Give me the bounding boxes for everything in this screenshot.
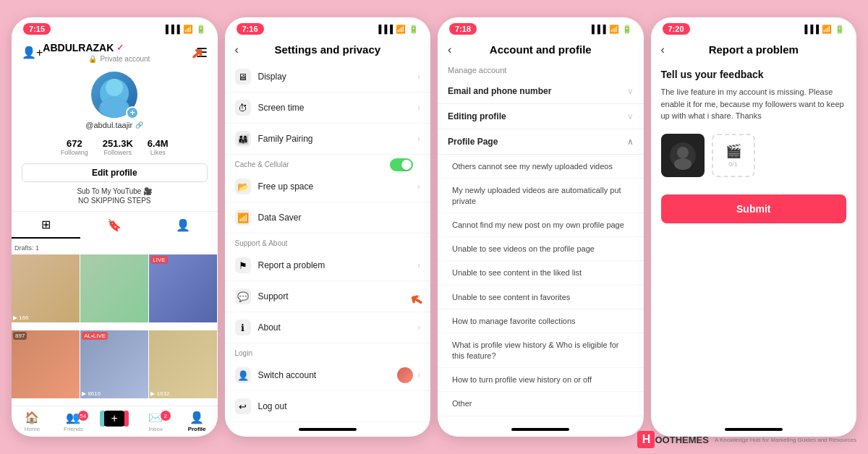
version-text: v27.3.0 (2730180) [225,422,431,425]
profile-sub-item[interactable]: How to turn profile view history on or o… [438,368,644,392]
profile-sub-item[interactable]: Unable to see content in the liked list [438,261,644,285]
settings-familypairing[interactable]: 👨‍👩‍👧 Family Pairing › [225,124,431,155]
account-title: Account and profile [490,43,592,56]
support-section-label: Support & About [225,234,431,250]
drafts-label: Drafts: 1 [12,239,218,254]
editing-section[interactable]: Editing profile ∨ [438,104,644,129]
grid-item[interactable] [80,254,148,322]
status-time-3: 7:18 [449,23,477,35]
back-button[interactable]: ‹ [448,43,451,56]
status-time-2: 7:16 [237,23,264,35]
signal-icon: ▐▐▐ [589,25,605,33]
arrow-to-report: ➜ [410,291,423,310]
back-button[interactable]: ‹ [661,43,665,56]
chevron-icon: › [417,322,420,333]
display-icon: 🖥 [235,69,251,85]
nav-home[interactable]: 🏠 Home [12,411,53,432]
home-indicator [299,428,357,431]
grid-item[interactable]: ▶ 166 [12,254,80,322]
profile-sub-item[interactable]: Other [438,392,644,416]
wifi-icon: 📶 [183,25,193,34]
battery-icon: 🔋 [622,25,632,34]
edit-profile-button[interactable]: Edit profile [22,163,208,182]
toggle-overlay [390,158,413,171]
settings-display[interactable]: 🖥 Display › [225,61,431,93]
settings-reportproblem[interactable]: ⚑ Report a problem › [225,250,431,281]
profile-sub-item[interactable]: Others cannot see my newly uploaded vide… [438,155,644,179]
back-button[interactable]: ‹ [235,43,239,56]
wifi-icon: 📶 [609,25,619,34]
svg-point-5 [677,147,689,158]
login-section-label: Login [225,343,431,360]
nav-create[interactable]: + [94,411,135,432]
settings-switchaccount[interactable]: 👤 Switch account › [225,360,431,391]
settings-support[interactable]: 💬 Support › [225,281,431,312]
chevron-icon: › [417,103,420,113]
profile-sub-item[interactable]: Cannot find my new post on my own profil… [438,213,644,237]
status-bar-1: 7:15 ▐▐▐ 📶 🔋 [12,17,218,38]
profile-sub-item[interactable]: Unable to see content in favorites [438,286,644,309]
profile-sub-item[interactable]: How to manage favorite collections [438,309,644,333]
private-account-label: 🔒 Private account [43,55,195,63]
status-time-1: 7:15 [23,23,51,35]
account-list: Manage account Email and phone number ∨ … [438,61,644,425]
feedback-text: The live feature in my account is missin… [661,86,847,122]
grid-item[interactable]: ▶ 1632 [149,330,217,398]
settings-header: ‹ Settings and privacy [225,38,431,61]
profile-sub-item[interactable]: What is profile view history & Who is el… [438,333,644,368]
support-icon: 💬 [235,288,251,304]
signal-icon: ▐▐▐ [802,25,819,33]
profile-tabs: ⊞ 🔖 👤 [12,211,218,239]
settings-freeupspace[interactable]: 📂 Free up space › [225,171,431,202]
bio-text: Sub To My YouTube 🎥 NO SKIPPING STEPS [12,185,218,207]
tab-grid[interactable]: ⊞ [12,212,80,239]
nav-inbox[interactable]: ✉️ Inbox 2 [135,411,176,432]
handle-display: @abdul.taajir 🔗 [85,121,143,129]
battery-icon: 🔋 [409,25,419,34]
profile-sub-item[interactable]: Unable to see videos on the profile page [438,237,644,261]
battery-icon: 🔋 [196,25,206,34]
profile-page-section[interactable]: Profile Page ∧ [438,129,644,155]
feedback-title: Tell us your feedback [661,69,847,80]
watermark-tagline: A Knowledge Hub for Marketing Guides and… [715,437,856,443]
grid-item[interactable]: 897 [12,330,80,398]
grid-item[interactable]: AL•LIVE ▶ 8616 [80,330,148,398]
add-user-icon[interactable]: 👤+ [22,46,43,59]
username-display: ABDULRAZAK ✓ [43,42,195,53]
submit-button[interactable]: Submit [661,194,847,223]
nav-profile[interactable]: 👤 Profile [176,411,218,432]
verified-badge: ✓ [116,43,124,53]
following-stat: 672 Following [61,138,88,156]
status-bar-4: 7:20 ▐▐▐ 📶 🔋 [651,17,857,38]
svg-point-2 [106,79,123,96]
email-section[interactable]: Email and phone number ∨ [438,79,644,104]
nav-friends[interactable]: 👥 Friends 54 [53,411,94,432]
tab-user[interactable]: 👤 [149,212,218,239]
settings-screentime[interactable]: ⏱ Screen time › [225,93,431,124]
data-saver-toggle[interactable] [390,158,413,171]
phone2-settings: 7:16 ▐▐▐ 📶 🔋 ‹ Settings and privacy 🖥 Di… [225,17,431,437]
settings-datasaver[interactable]: 📶 Data Saver [225,202,431,234]
chevron-icon: › [417,181,420,192]
wifi-icon: 📶 [822,25,832,34]
svg-point-6 [674,158,692,170]
status-icons-3: ▐▐▐ 📶 🔋 [589,25,631,34]
watermark-logo: H [637,431,655,448]
chevron-icon: › [417,72,420,82]
status-bar-2: 7:16 ▐▐▐ 📶 🔋 [225,17,431,38]
svg-point-3 [100,98,129,118]
report-icon: ⚑ [235,257,251,273]
signal-icon: ▐▐▐ [163,25,179,33]
tab-bookmark[interactable]: 🔖 [80,212,149,239]
settings-about[interactable]: ℹ About › [225,312,431,343]
up-chevron-icon: ∧ [627,137,634,147]
watermark: H OOTHEMES A Knowledge Hub for Marketing… [637,431,856,448]
status-icons-4: ▐▐▐ 📶 🔋 [802,25,845,34]
phone3-account: 7:18 ▐▐▐ 📶 🔋 ‹ Account and profile Manag… [438,17,644,437]
video-icon: 🎬 [726,143,741,159]
profile-sub-item[interactable]: My newly uploaded videos are automatical… [438,179,644,213]
grid-item[interactable]: LIVE [149,254,217,322]
inbox-badge: 2 [161,411,171,421]
add-media-button[interactable]: 🎬 0/1 [712,134,755,177]
settings-logout[interactable]: ↩ Log out [225,391,431,422]
